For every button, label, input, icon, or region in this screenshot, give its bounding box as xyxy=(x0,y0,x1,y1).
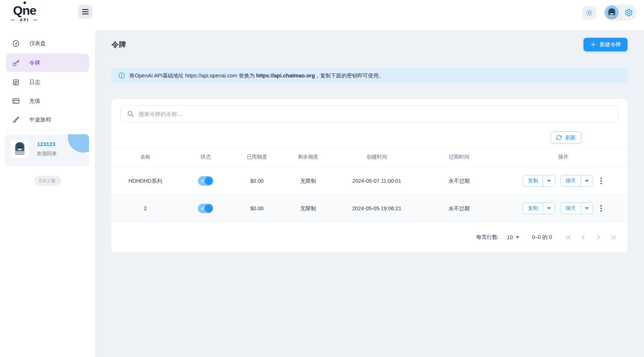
sidebar-item-dashboard[interactable]: 仪表盘 xyxy=(6,35,89,52)
column-header-actions: 操作 xyxy=(499,147,628,167)
chevron-left-icon xyxy=(579,233,588,241)
next-page-button[interactable] xyxy=(591,230,606,245)
copy-button-group: 复制 xyxy=(523,203,555,214)
row-more-menu-button[interactable] xyxy=(598,203,604,214)
chevron-down-icon xyxy=(585,207,589,210)
copy-button[interactable]: 复制 xyxy=(523,175,543,186)
dashboard-icon xyxy=(12,40,20,47)
column-header-name: 名称 xyxy=(111,147,179,167)
first-page-button[interactable] xyxy=(562,230,576,245)
chevron-down-icon xyxy=(547,180,551,182)
sidebar-nav: 仪表盘 令牌 日志 充值 xyxy=(0,33,95,130)
chevron-down-icon xyxy=(585,180,589,182)
copy-button[interactable]: 复制 xyxy=(523,203,543,214)
copy-dropdown-button[interactable] xyxy=(543,175,555,186)
credit-card-icon xyxy=(12,97,20,105)
copy-button-group: 复制 xyxy=(523,175,555,187)
table-header-row: 名称 状态 已用额度 剩余额度 创建时间 过期时间 操作 xyxy=(111,147,628,167)
status-toggle[interactable] xyxy=(198,176,213,186)
banner-text: 将OpenAI API基础地址 https://api.openai.com 替… xyxy=(129,72,384,79)
chat-button-group: 聊天 xyxy=(560,203,593,214)
page-title: 令牌 xyxy=(111,40,126,50)
column-header-used: 已用额度 xyxy=(232,147,282,167)
logs-icon xyxy=(12,79,20,86)
gear-icon xyxy=(625,8,633,17)
chevron-down-icon xyxy=(516,236,519,238)
sidebar-divider xyxy=(5,129,95,130)
pagination-range: 0–0 的 0 xyxy=(532,234,552,241)
sidebar-item-label: 充值 xyxy=(29,98,40,105)
version-badge: 0.8.2 版 xyxy=(34,176,61,186)
search-input[interactable] xyxy=(121,105,618,122)
sidebar-item-label: 令牌 xyxy=(29,59,40,66)
rows-per-page-label: 每页行数: xyxy=(476,234,499,241)
sidebar-item-label: 日志 xyxy=(29,79,40,86)
expire-time: 永不过期 xyxy=(419,167,500,195)
sidebar-item-midjourney[interactable]: 中途旅程 xyxy=(6,111,89,128)
new-token-button[interactable]: 新建令牌 xyxy=(584,38,628,51)
topbar xyxy=(95,0,644,30)
user-greeting: 欢迎回来 xyxy=(37,150,57,157)
avatar xyxy=(11,139,29,158)
remaining-quota: 无限制 xyxy=(281,195,335,222)
hamburger-icon xyxy=(82,9,89,14)
brand-subtitle: API xyxy=(20,18,29,22)
sidebar-item-logs[interactable]: 日志 xyxy=(6,74,89,91)
refresh-button[interactable]: 刷新 xyxy=(551,131,581,144)
info-banner: 将OpenAI API基础地址 https://api.openai.com 替… xyxy=(111,68,628,83)
copy-dropdown-button[interactable] xyxy=(543,203,555,214)
row-more-menu-button[interactable] xyxy=(598,175,604,186)
theme-toggle-button[interactable] xyxy=(582,6,596,20)
last-page-icon xyxy=(609,233,617,241)
column-header-remaining: 剩余额度 xyxy=(281,147,335,167)
column-header-expires: 过期时间 xyxy=(419,147,500,167)
pagination: 每页行数: 10 0–0 的 0 xyxy=(111,222,628,252)
table-row: HDHDHD系列 $0.00 无限制 2024-05-07 11:00:01 永… xyxy=(111,167,628,195)
paintbrush-icon xyxy=(12,116,20,124)
info-icon xyxy=(118,72,125,79)
used-quota: $0.00 xyxy=(232,195,282,222)
created-time: 2024-05-07 11:00:01 xyxy=(335,167,419,195)
created-time: 2024-05-05 19:06:21 xyxy=(335,195,419,222)
tokens-panel: 刷新 名称 状态 已用额度 剩余额度 创建时间 过期时间 操作 xyxy=(111,99,628,252)
app-window: Qne — API — 仪表盘 令牌 xyxy=(0,0,644,357)
key-icon xyxy=(12,59,20,67)
tokens-table: 名称 状态 已用额度 剩余额度 创建时间 过期时间 操作 HDHDHD系列 xyxy=(111,147,628,222)
status-toggle[interactable] xyxy=(198,204,213,213)
column-header-status: 状态 xyxy=(179,147,232,167)
sidebar-item-label: 中途旅程 xyxy=(29,116,51,123)
remaining-quota: 无限制 xyxy=(281,167,335,195)
last-page-button[interactable] xyxy=(606,230,620,245)
used-quota: $0.00 xyxy=(232,167,282,195)
main-content: 令牌 新建令牌 将OpenAI API基础地址 https://api.open… xyxy=(95,30,644,357)
prev-page-button[interactable] xyxy=(576,230,591,245)
sidebar-item-recharge[interactable]: 充值 xyxy=(6,92,89,109)
search-icon xyxy=(127,110,134,117)
sidebar-toggle-button[interactable] xyxy=(78,5,92,19)
sidebar-item-label: 仪表盘 xyxy=(29,40,46,47)
user-name: 123123 xyxy=(37,141,55,147)
token-name: HDHDHD系列 xyxy=(111,167,179,195)
chat-button[interactable]: 聊天 xyxy=(561,175,581,186)
avatar xyxy=(605,6,619,19)
column-header-created: 创建时间 xyxy=(335,147,419,167)
chat-button-group: 聊天 xyxy=(560,175,593,187)
chat-dropdown-button[interactable] xyxy=(581,203,593,214)
table-row: 2 $0.00 无限制 2024-05-05 19:06:21 永不过期 xyxy=(111,195,628,222)
profile-menu-button[interactable] xyxy=(604,4,637,21)
chat-dropdown-button[interactable] xyxy=(581,175,593,186)
user-card[interactable]: 123123 欢迎回来 xyxy=(5,134,89,166)
sidebar: Qne — API — 仪表盘 令牌 xyxy=(0,0,95,357)
rows-per-page-select[interactable]: 10 xyxy=(507,234,519,240)
plus-icon xyxy=(590,41,596,48)
new-token-label: 新建令牌 xyxy=(600,41,621,48)
app-logo: Qne — API — xyxy=(8,3,41,22)
expire-time: 永不过期 xyxy=(419,195,500,222)
first-page-icon xyxy=(565,233,573,241)
refresh-label: 刷新 xyxy=(565,134,576,141)
chevron-right-icon xyxy=(594,233,602,241)
chat-button[interactable]: 聊天 xyxy=(561,203,581,214)
chevron-down-icon xyxy=(547,207,551,210)
sidebar-item-tokens[interactable]: 令牌 xyxy=(6,54,89,72)
token-name: 2 xyxy=(111,195,179,222)
